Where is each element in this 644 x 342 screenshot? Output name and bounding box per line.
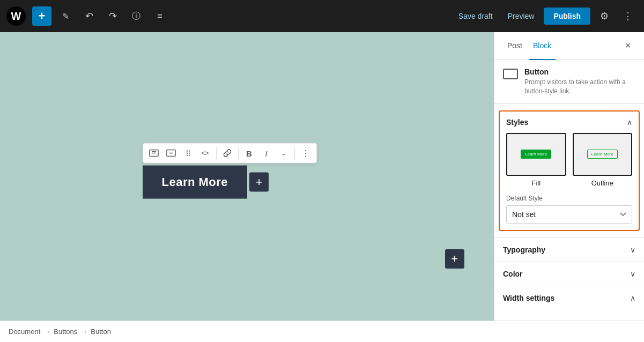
preview-button[interactable]: Preview	[502, 9, 540, 24]
color-section[interactable]: Color ∨	[494, 262, 644, 286]
style-options: Learn More Fill Learn More Outline	[506, 133, 632, 187]
button-row: Learn More +	[143, 166, 269, 199]
breadcrumb-document[interactable]: Document	[9, 328, 40, 336]
more-options-button[interactable]: ⋮	[618, 6, 638, 26]
learn-more-button[interactable]: Learn More	[143, 166, 248, 199]
block-type-icon[interactable]	[146, 146, 161, 161]
link-icon[interactable]	[220, 146, 235, 161]
settings-button[interactable]: ⚙	[595, 6, 614, 26]
undo-button[interactable]: ↶	[79, 6, 99, 26]
styles-section: Styles ∧ Learn More Fill Learn More Outl…	[499, 110, 640, 231]
style-outline-preview: Learn More	[573, 133, 633, 176]
code-icon[interactable]: <>	[198, 146, 213, 161]
breadcrumb-buttons[interactable]: Buttons	[54, 328, 77, 336]
fill-preview-button: Learn More	[521, 150, 551, 159]
style-outline-label: Outline	[573, 179, 633, 187]
block-type-icon-panel	[503, 69, 518, 79]
svg-point-5	[186, 150, 187, 151]
typography-section[interactable]: Typography ∨	[494, 237, 644, 262]
color-title: Color	[503, 270, 523, 278]
toolbar-separator-1	[216, 147, 217, 160]
redo-button[interactable]: ↷	[103, 6, 122, 26]
svg-point-6	[188, 150, 189, 151]
breadcrumb: Document → Buttons → Button	[0, 321, 644, 342]
italic-button[interactable]: I	[259, 146, 274, 161]
wordpress-logo[interactable]: W	[6, 6, 26, 26]
block-description: Prompt visitors to take action with a bu…	[524, 78, 635, 96]
save-draft-button[interactable]: Save draft	[453, 9, 498, 24]
breadcrumb-sep-1: →	[43, 328, 50, 336]
svg-point-9	[186, 154, 187, 155]
block-info-text: Button Prompt visitors to take action wi…	[524, 68, 635, 96]
svg-point-8	[188, 152, 189, 153]
default-style-select[interactable]: Not set Fill Outline	[506, 205, 632, 224]
toolbar-separator-2	[238, 147, 239, 160]
pen-tool-button[interactable]: ✎	[56, 6, 75, 26]
styles-title: Styles	[506, 118, 528, 127]
typography-chevron-down[interactable]: ∨	[630, 246, 635, 254]
list-view-button[interactable]: ≡	[150, 6, 169, 26]
svg-point-7	[186, 152, 187, 153]
more-text-options[interactable]: ⌄	[276, 146, 291, 161]
block-container: <> B I ⌄ ⋮ Learn More +	[143, 143, 317, 199]
publish-button[interactable]: Publish	[544, 8, 590, 25]
width-settings-section: Width settings ∧	[494, 286, 644, 310]
color-chevron-down[interactable]: ∨	[630, 270, 635, 278]
width-settings-chevron-up[interactable]: ∧	[630, 294, 635, 302]
svg-point-10	[188, 154, 189, 155]
styles-section-header: Styles ∧	[506, 118, 632, 127]
right-panel: Post Block × Button Prompt visitors to t…	[494, 32, 644, 321]
info-button[interactable]: ⓘ	[127, 6, 146, 26]
block-toolbar: <> B I ⌄ ⋮	[143, 143, 317, 163]
add-block-button[interactable]: +	[32, 6, 51, 26]
block-info: Button Prompt visitors to take action wi…	[494, 60, 644, 104]
styles-chevron-up[interactable]: ∧	[627, 118, 632, 127]
width-settings-title: Width settings	[503, 294, 554, 302]
block-options-menu[interactable]: ⋮	[298, 146, 313, 161]
width-settings-header[interactable]: Width settings ∧	[503, 294, 635, 302]
bold-button[interactable]: B	[242, 146, 257, 161]
style-fill-option[interactable]: Learn More Fill	[506, 133, 566, 187]
floating-add-block-button[interactable]: +	[445, 249, 464, 269]
breadcrumb-button[interactable]: Button	[91, 328, 111, 336]
breadcrumb-sep-2: →	[80, 328, 87, 336]
style-outline-option[interactable]: Learn More Outline	[573, 133, 633, 187]
panel-tabs: Post Block ×	[494, 32, 644, 60]
editor-canvas: <> B I ⌄ ⋮ Learn More + +	[0, 32, 494, 321]
toolbar-separator-3	[294, 147, 295, 160]
block-title: Button	[524, 68, 635, 76]
style-fill-preview: Learn More	[506, 133, 566, 176]
top-toolbar: W + ✎ ↶ ↷ ⓘ ≡ Save draft Preview Publish…	[0, 0, 644, 32]
drag-icon[interactable]	[181, 146, 196, 161]
add-after-button[interactable]: +	[249, 173, 269, 192]
style-fill-label: Fill	[506, 179, 566, 187]
default-style-label: Default Style	[506, 195, 632, 202]
align-icon[interactable]	[164, 146, 179, 161]
tab-block[interactable]: Block	[529, 32, 556, 60]
main-area: <> B I ⌄ ⋮ Learn More + +	[0, 32, 644, 321]
outline-preview-button: Learn More	[587, 150, 618, 159]
typography-title: Typography	[503, 246, 545, 254]
tab-post[interactable]: Post	[503, 32, 527, 60]
panel-close-button[interactable]: ×	[620, 39, 635, 54]
